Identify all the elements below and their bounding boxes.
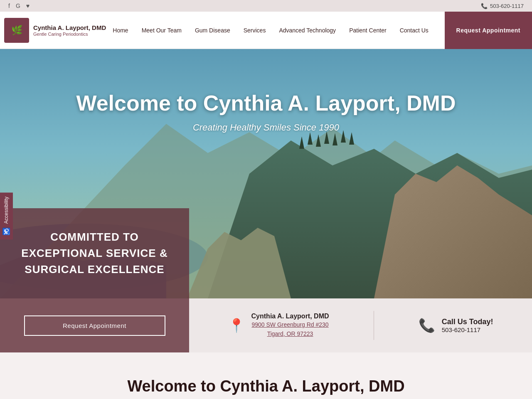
phone-icon: 📞	[481, 3, 488, 9]
overlay-text: COMMITTED TO EXCEPTIONAL SERVICE & SURGI…	[17, 229, 172, 278]
nav-home[interactable]: Home	[106, 12, 135, 49]
info-contact-area: 📍 Cynthia A. Layport, DMD 9900 SW Greenb…	[189, 298, 532, 352]
hero-text-block: Welcome to Cynthia A. Layport, DMD Creat…	[76, 91, 456, 133]
site-header: 🌿 Cynthia A. Layport, DMD Gentle Caring …	[0, 12, 532, 49]
nav-services[interactable]: Services	[237, 12, 273, 49]
logo-text: Cynthia A. Layport, DMD Gentle Caring Pe…	[33, 24, 106, 37]
welcome-title: Welcome to Cynthia A. Layport, DMD	[83, 377, 449, 395]
info-bar: Request Appointment 📍 Cynthia A. Layport…	[0, 298, 532, 352]
accessibility-sidebar[interactable]: ♿ Accessibility	[0, 192, 13, 239]
logo-icon: 🌿	[11, 25, 22, 36]
welcome-section: Welcome to Cynthia A. Layport, DMD Gentl…	[0, 352, 532, 399]
accessibility-label: Accessibility	[4, 197, 10, 224]
logo-image: 🌿	[4, 18, 29, 43]
phone-detail: Call Us Today! 503-620-1117	[442, 318, 493, 333]
nav-gum-disease[interactable]: Gum Disease	[188, 12, 237, 49]
location-info: 📍 Cynthia A. Layport, DMD 9900 SW Greenb…	[228, 313, 329, 339]
practice-name: Cynthia A. Layport, DMD	[33, 24, 106, 32]
facebook-icon[interactable]: f	[8, 2, 10, 9]
hero-title: Welcome to Cynthia A. Layport, DMD	[76, 91, 456, 116]
top-bar: f G ♥ 📞 503-620-1117	[0, 0, 532, 12]
info-request-area: Request Appointment	[0, 298, 189, 352]
location-name: Cynthia A. Layport, DMD	[251, 313, 329, 320]
hero-subtitle: Creating Healthy Smiles Since 1990	[76, 122, 456, 133]
info-divider	[374, 311, 374, 340]
practice-tagline: Gentle Caring Periodontics	[33, 32, 106, 37]
phone-icon-info: 📞	[419, 318, 435, 333]
nav-advanced-technology[interactable]: Advanced Technology	[272, 12, 342, 49]
header-request-appointment-button[interactable]: Request Appointment	[445, 12, 532, 49]
nav-contact-us[interactable]: Contact Us	[393, 12, 435, 49]
location-detail: Cynthia A. Layport, DMD 9900 SW Greenbur…	[251, 313, 329, 339]
accessibility-icon: ♿	[2, 227, 10, 235]
top-phone-number[interactable]: 503-620-1117	[490, 3, 524, 9]
hero-overlay-card: COMMITTED TO EXCEPTIONAL SERVICE & SURGI…	[0, 208, 189, 298]
call-label: Call Us Today!	[442, 318, 493, 326]
info-request-appointment-button[interactable]: Request Appointment	[24, 315, 165, 336]
healthgrades-icon[interactable]: ♥	[26, 2, 30, 9]
logo-area: 🌿 Cynthia A. Layport, DMD Gentle Caring …	[4, 18, 106, 43]
nav-patient-center[interactable]: Patient Center	[342, 12, 393, 49]
phone-info: 📞 Call Us Today! 503-620-1117	[419, 318, 493, 333]
social-links: f G ♥	[8, 2, 30, 9]
google-icon[interactable]: G	[16, 2, 20, 9]
phone-display: 📞 503-620-1117	[481, 3, 524, 9]
location-address[interactable]: 9900 SW Greenburg Rd #230 Tigard, OR 972…	[251, 320, 329, 339]
location-icon: 📍	[228, 318, 245, 333]
info-phone-number[interactable]: 503-620-1117	[442, 326, 493, 333]
main-nav: Home Meet Our Team Gum Disease Services …	[106, 12, 444, 49]
nav-meet-our-team[interactable]: Meet Our Team	[135, 12, 188, 49]
hero-section: Welcome to Cynthia A. Layport, DMD Creat…	[0, 49, 532, 298]
